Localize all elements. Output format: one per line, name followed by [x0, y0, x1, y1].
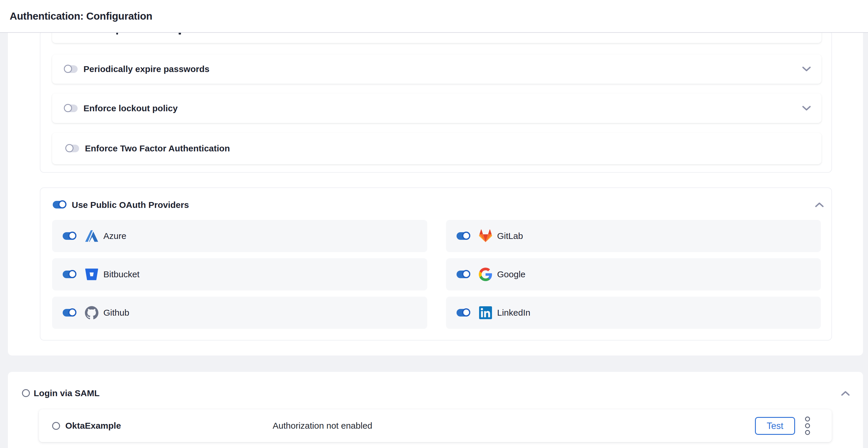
test-button[interactable]: Test [755, 417, 795, 435]
saml-radio[interactable] [22, 389, 30, 397]
chevron-up-icon[interactable] [814, 201, 825, 208]
expire-passwords-toggle[interactable] [64, 65, 78, 73]
azure-toggle[interactable] [63, 232, 76, 240]
azure-icon [85, 229, 98, 243]
provider-row-gitlab: GitLab [446, 220, 821, 252]
gitlab-icon [479, 229, 492, 243]
policy-row-expire-passwords[interactable]: Periodically expire passwords [52, 55, 822, 84]
oauth-provider-grid: Azure [52, 220, 821, 329]
page-title: Authentication: Configuration [10, 10, 152, 22]
gitlab-toggle[interactable] [457, 232, 470, 240]
chevron-down-icon[interactable] [802, 105, 811, 111]
policy-row-two-factor[interactable]: Enforce Two Factor Authentication [52, 133, 822, 164]
saml-entry-card: OktaExample Authorization not enabled Te… [39, 409, 832, 442]
provider-row-google: Google [446, 258, 821, 290]
linkedin-toggle[interactable] [457, 309, 470, 317]
provider-name: Google [497, 269, 526, 279]
oauth-section: Use Public OAuth Providers Azure [40, 187, 832, 341]
saml-entry-name: OktaExample [65, 421, 121, 431]
main-panel: Periodically expire passwords Enforce lo… [8, 32, 863, 355]
chevron-down-icon[interactable] [802, 66, 811, 72]
policy-row-label: Enforce Two Factor Authentication [85, 143, 230, 154]
oauth-master-toggle[interactable] [53, 201, 66, 209]
github-toggle[interactable] [63, 309, 76, 317]
provider-name: Github [103, 308, 129, 318]
policy-row-label: Periodically expire passwords [84, 64, 209, 74]
two-factor-toggle[interactable] [66, 145, 79, 152]
policy-row-lockout[interactable]: Enforce lockout policy [52, 93, 822, 123]
oauth-section-title: Use Public OAuth Providers [72, 200, 189, 210]
provider-row-github: Github [52, 297, 427, 329]
page-header: Authentication: Configuration [0, 0, 868, 33]
okta-radio[interactable] [52, 422, 60, 430]
authentication-configuration-page: Periodically expire passwords Enforce lo… [0, 0, 868, 448]
kebab-menu-icon[interactable] [802, 416, 812, 436]
google-toggle[interactable] [457, 270, 470, 278]
provider-row-azure: Azure [52, 220, 427, 252]
bitbucket-icon [85, 268, 98, 281]
google-icon [479, 268, 492, 281]
chevron-up-icon[interactable] [840, 390, 850, 396]
policy-row-label: Enforce lockout policy [84, 103, 178, 113]
bitbucket-toggle[interactable] [63, 270, 76, 278]
saml-panel: Login via SAML OktaExample Authorization… [8, 372, 863, 448]
provider-row-bitbucket: Bitbucket [52, 258, 427, 290]
provider-name: Bitbucket [103, 269, 140, 279]
lockout-policy-toggle[interactable] [64, 104, 78, 112]
provider-row-linkedin: LinkedIn [446, 297, 821, 329]
provider-name: GitLab [497, 231, 523, 241]
github-icon [85, 306, 98, 319]
provider-name: Azure [103, 231, 126, 241]
password-policy-section: Periodically expire passwords Enforce lo… [40, 30, 832, 173]
saml-section-title: Login via SAML [34, 388, 99, 398]
linkedin-icon [479, 306, 492, 319]
saml-entry-status: Authorization not enabled [273, 421, 372, 431]
provider-name: LinkedIn [497, 308, 530, 318]
